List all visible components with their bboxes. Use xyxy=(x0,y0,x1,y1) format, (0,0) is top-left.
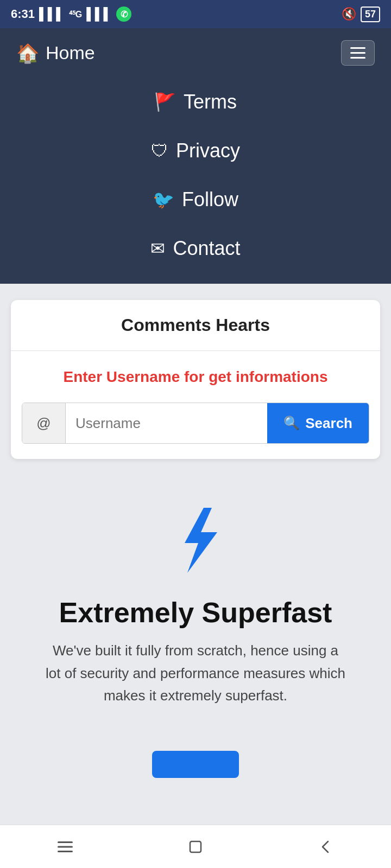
svg-rect-1 xyxy=(58,841,73,843)
card-header: Comments Hearts xyxy=(11,300,380,351)
envelope-icon: ✉ xyxy=(150,238,165,259)
signal-icon: ▌▌▌ xyxy=(39,7,65,21)
nav-label-follow: Follow xyxy=(182,188,238,211)
whatsapp-icon: ✆ xyxy=(116,7,131,22)
card-subtitle: Enter Username for get informations xyxy=(22,366,369,387)
nav-menu-icon[interactable] xyxy=(55,837,75,857)
hamburger-line-1 xyxy=(350,47,365,49)
nav-label-terms: Terms xyxy=(184,91,237,113)
navbar: 🏠 Home 🚩 Terms 🛡 Privacy 🐦 Follow ✉ Cont… xyxy=(0,28,391,284)
username-input[interactable] xyxy=(66,403,267,443)
svg-rect-3 xyxy=(58,851,73,852)
signal-icon-2: ▌▌▌ xyxy=(86,7,112,21)
main-card: Comments Hearts Enter Username for get i… xyxy=(11,300,380,459)
nav-back-icon[interactable] xyxy=(316,837,336,857)
nav-label-contact: Contact xyxy=(173,237,240,260)
mute-icon: 🔇 xyxy=(342,7,356,21)
nav-item-privacy[interactable]: 🛡 Privacy xyxy=(16,126,375,175)
svg-rect-4 xyxy=(190,841,201,852)
shield-icon: 🛡 xyxy=(151,141,168,161)
feature-title: Extremely Superfast xyxy=(33,596,358,629)
at-addon: @ xyxy=(22,403,66,443)
status-left: 6:31 ▌▌▌ ⁴⁵G ▌▌▌ ✆ xyxy=(11,7,131,22)
home-icon: 🏠 xyxy=(16,42,39,64)
nav-label-privacy: Privacy xyxy=(176,139,240,162)
search-button[interactable]: 🔍 Search xyxy=(267,403,369,443)
navbar-top: 🏠 Home xyxy=(16,28,375,78)
bottom-nav xyxy=(0,825,391,868)
time-display: 6:31 xyxy=(11,7,35,21)
twitter-icon: 🐦 xyxy=(153,189,174,210)
svg-rect-2 xyxy=(58,846,73,847)
nav-item-contact[interactable]: ✉ Contact xyxy=(16,224,375,273)
hamburger-button[interactable] xyxy=(341,40,375,66)
card-body: Enter Username for get informations @ 🔍 … xyxy=(11,351,380,459)
search-button-label: Search xyxy=(305,415,352,432)
next-section-preview xyxy=(11,751,380,794)
navbar-brand: 🏠 Home xyxy=(16,42,95,64)
username-input-group: @ 🔍 Search xyxy=(22,403,369,444)
flag-icon: 🚩 xyxy=(154,92,176,112)
main-content: Comments Hearts Enter Username for get i… xyxy=(0,284,391,810)
network-icon: ⁴⁵G xyxy=(69,9,82,20)
feature-description: We've built it fully from scratch, hence… xyxy=(43,640,348,707)
nav-item-terms[interactable]: 🚩 Terms xyxy=(16,78,375,126)
hamburger-line-3 xyxy=(350,57,365,59)
hamburger-line-2 xyxy=(350,52,365,54)
nav-item-follow[interactable]: 🐦 Follow xyxy=(16,175,375,224)
feature-section: Extremely Superfast We've built it fully… xyxy=(11,475,380,751)
next-section-icon xyxy=(152,751,239,778)
status-bar: 6:31 ▌▌▌ ⁴⁵G ▌▌▌ ✆ 🔇 57 xyxy=(0,0,391,28)
nav-menu: 🚩 Terms 🛡 Privacy 🐦 Follow ✉ Contact xyxy=(16,78,375,284)
nav-home-icon[interactable] xyxy=(186,837,205,857)
card-title: Comments Hearts xyxy=(22,315,369,335)
lightning-icon xyxy=(33,508,358,585)
status-right: 🔇 57 xyxy=(342,7,380,22)
brand-label: Home xyxy=(46,42,95,63)
battery-indicator: 57 xyxy=(361,7,380,22)
search-icon: 🔍 xyxy=(283,416,300,431)
svg-marker-0 xyxy=(185,508,217,573)
